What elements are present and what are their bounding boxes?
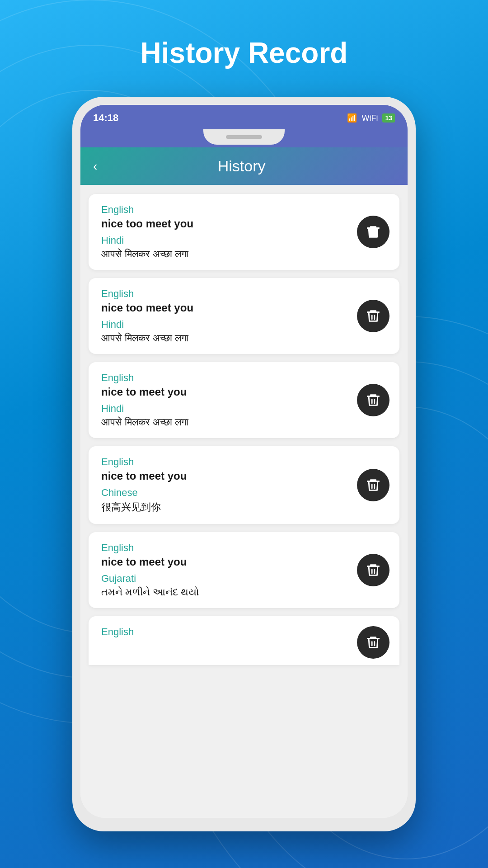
speaker bbox=[226, 135, 262, 139]
phone-mockup: 14:18 📶 WiFi 13 ‹ History English bbox=[72, 97, 416, 831]
trash-icon-6 bbox=[366, 635, 381, 650]
translated-text-1: आपसे मिलकर अच्छा लगा bbox=[101, 248, 350, 260]
target-lang-1: Hindi bbox=[101, 235, 350, 246]
back-button[interactable]: ‹ bbox=[93, 159, 97, 174]
app-header: ‹ History bbox=[80, 147, 408, 185]
source-text-1: nice too meet you bbox=[101, 217, 350, 230]
trash-icon-1 bbox=[366, 224, 381, 240]
source-text-3: nice to meet you bbox=[101, 386, 350, 398]
history-card-4: English nice to meet you Chinese 很高兴见到你 bbox=[89, 446, 399, 524]
delete-button-5[interactable] bbox=[357, 554, 389, 586]
notch bbox=[203, 129, 285, 145]
history-card-1: English nice too meet you Hindi आपसे मिल… bbox=[89, 194, 399, 270]
target-lang-4: Chinese bbox=[101, 487, 350, 499]
trash-icon-3 bbox=[366, 392, 381, 408]
delete-button-2[interactable] bbox=[357, 300, 389, 332]
battery-icon: 13 bbox=[382, 113, 395, 123]
history-card-5: English nice to meet you Gujarati તમને મ… bbox=[89, 532, 399, 608]
status-time: 14:18 bbox=[93, 112, 118, 124]
delete-button-4[interactable] bbox=[357, 469, 389, 501]
delete-button-6[interactable] bbox=[357, 626, 389, 659]
card-content-3: English nice to meet you Hindi आपसे मिलक… bbox=[101, 372, 350, 428]
header-title: History bbox=[106, 157, 377, 175]
signal-icon: 📶 bbox=[347, 113, 357, 123]
source-lang-2: English bbox=[101, 288, 350, 300]
delete-button-1[interactable] bbox=[357, 216, 389, 248]
history-card-2: English nice too meet you Hindi आपसे मिल… bbox=[89, 278, 399, 354]
translated-text-4: 很高兴见到你 bbox=[101, 500, 350, 514]
card-content-6: English bbox=[101, 626, 350, 640]
source-text-5: nice to meet you bbox=[101, 556, 350, 568]
status-icons: 📶 WiFi 13 bbox=[347, 113, 395, 123]
trash-icon-5 bbox=[366, 562, 381, 578]
target-lang-3: Hindi bbox=[101, 403, 350, 415]
trash-icon-2 bbox=[366, 308, 381, 324]
history-card-6-partial: English bbox=[89, 616, 399, 665]
card-content-1: English nice too meet you Hindi आपसे मिल… bbox=[101, 204, 350, 260]
status-bar: 14:18 📶 WiFi 13 bbox=[80, 105, 408, 129]
target-lang-2: Hindi bbox=[101, 319, 350, 330]
trash-icon-4 bbox=[366, 477, 381, 493]
delete-button-3[interactable] bbox=[357, 384, 389, 416]
app-content: English nice too meet you Hindi आपसे मिल… bbox=[80, 185, 408, 818]
source-lang-6: English bbox=[101, 626, 350, 638]
card-content-4: English nice to meet you Chinese 很高兴见到你 bbox=[101, 456, 350, 514]
phone-inner: 14:18 📶 WiFi 13 ‹ History English bbox=[80, 105, 408, 818]
notch-area bbox=[80, 129, 408, 147]
source-lang-4: English bbox=[101, 456, 350, 468]
source-lang-1: English bbox=[101, 204, 350, 216]
translated-text-5: તમને મળીને આનંદ થયો bbox=[101, 586, 350, 598]
page-title: History Record bbox=[141, 36, 348, 70]
card-content-2: English nice too meet you Hindi आपसे मिल… bbox=[101, 288, 350, 344]
source-text-2: nice too meet you bbox=[101, 302, 350, 314]
translated-text-3: आपसे मिलकर अच्छा लगा bbox=[101, 416, 350, 428]
card-content-5: English nice to meet you Gujarati તમને મ… bbox=[101, 542, 350, 598]
source-lang-5: English bbox=[101, 542, 350, 554]
target-lang-5: Gujarati bbox=[101, 573, 350, 585]
wifi-icon: WiFi bbox=[361, 113, 378, 123]
translated-text-2: आपसे मिलकर अच्छा लगा bbox=[101, 332, 350, 344]
history-card-3: English nice to meet you Hindi आपसे मिलक… bbox=[89, 362, 399, 438]
source-lang-3: English bbox=[101, 372, 350, 384]
source-text-4: nice to meet you bbox=[101, 470, 350, 482]
